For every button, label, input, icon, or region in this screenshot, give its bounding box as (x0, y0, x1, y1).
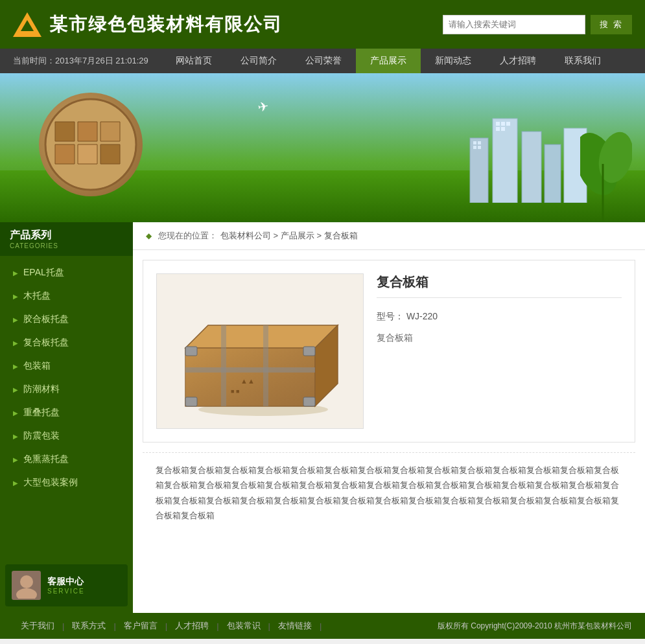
nav-item-news[interactable]: 新闻动态 (421, 49, 486, 73)
sidebar-item-epal[interactable]: ▶ EPAL托盘 (0, 261, 133, 284)
search-input[interactable] (443, 15, 585, 34)
description-text: 复合板箱复合板箱复合板箱复合板箱复合板箱复合板箱复合板箱复合板箱复合板箱复合板箱… (143, 452, 635, 536)
product-image: ▲▲ ■ ■ (156, 273, 364, 429)
product-detail: ▲▲ ■ ■ 复合板箱 型号： WJ-220 复合板箱 (143, 260, 635, 443)
product-name: 复合板箱 (377, 273, 622, 298)
svg-rect-7 (493, 119, 517, 203)
footer: 关于我们 | 联系方式 | 客户留言 | 人才招聘 | 包装常识 | 友情链接 … (0, 613, 645, 639)
sidebar-item-plywood[interactable]: ▶ 胶合板托盘 (0, 308, 133, 331)
sidebar-item-large-case[interactable]: ▶ 大型包装案例 (0, 471, 133, 494)
svg-rect-14 (545, 144, 561, 203)
sidebar: 产品系列 CATEGORIES ▶ EPAL托盘 ▶ 木托盘 ▶ 胶合板托盘 ▶… (0, 222, 133, 613)
sidebar-item-shockproof[interactable]: ▶ 防震包装 (0, 424, 133, 448)
cs-avatar (12, 571, 41, 600)
svg-rect-3 (473, 141, 476, 144)
model-value: WJ-220 (406, 311, 438, 321)
sidebar-header: 产品系列 CATEGORIES (0, 222, 133, 256)
footer-copyright: 版权所有 Copyright(C)2009-2010 杭州市某包装材料公司 (438, 621, 632, 632)
banner-globe (39, 93, 143, 196)
sidebar-item-moisture[interactable]: ▶ 防潮材料 (0, 378, 133, 401)
sidebar-subtitle-text: CATEGORIES (10, 242, 58, 249)
svg-rect-26 (185, 347, 197, 356)
svg-rect-29 (303, 397, 315, 406)
search-button[interactable]: 搜 索 (591, 15, 632, 34)
nav-datetime: 当前时间：2013年7月26日 21:01:29 (0, 55, 161, 67)
sidebar-item-box[interactable]: ▶ 包装箱 (0, 354, 133, 378)
arrow-icon: ▶ (13, 409, 18, 417)
svg-rect-6 (478, 146, 481, 149)
svg-rect-31 (221, 348, 226, 406)
nav-item-home[interactable]: 网站首页 (161, 49, 226, 73)
nav-item-recruit[interactable]: 人才招聘 (486, 49, 550, 73)
sidebar-item-wood[interactable]: ▶ 木托盘 (0, 284, 133, 308)
footer-link-about[interactable]: 关于我们 (13, 620, 62, 632)
nav-item-honor[interactable]: 公司荣誉 (291, 49, 356, 73)
logo-area: 某市绿色包装材料有限公司 (13, 12, 283, 37)
svg-rect-12 (501, 127, 505, 131)
nav-item-products[interactable]: 产品展示 (356, 49, 421, 73)
arrow-icon: ▶ (13, 433, 18, 440)
main-layout: 产品系列 CATEGORIES ▶ EPAL托盘 ▶ 木托盘 ▶ 胶合板托盘 ▶… (0, 222, 645, 613)
content-area: ◆ 您现在的位置： 包装材料公司 > 产品展示 > 复合板箱 (133, 222, 645, 613)
sidebar-title: 产品系列 CATEGORIES (10, 229, 58, 249)
footer-link-knowledge[interactable]: 包装常识 (219, 620, 268, 632)
arrow-icon: ▶ (13, 456, 18, 463)
svg-rect-4 (478, 141, 481, 144)
sidebar-item-fumigation-free[interactable]: ▶ 免熏蒸托盘 (0, 448, 133, 471)
svg-text:■ ■: ■ ■ (231, 388, 239, 395)
footer-link-contact[interactable]: 联系方式 (64, 620, 113, 632)
svg-rect-10 (506, 122, 510, 126)
arrow-icon: ▶ (13, 479, 18, 487)
cs-title: 客服中心 (47, 576, 85, 588)
arrow-icon: ▶ (13, 386, 18, 393)
svg-rect-11 (496, 127, 500, 131)
svg-point-20 (16, 588, 37, 599)
cs-info: 客服中心 SERVICE (47, 576, 85, 595)
header: 某市绿色包装材料有限公司 搜 索 (0, 0, 645, 49)
customer-service: 客服中心 SERVICE (5, 564, 128, 606)
logo-title: 某市绿色包装材料有限公司 (49, 12, 283, 37)
banner: ✈ (0, 73, 645, 222)
svg-marker-33 (221, 325, 226, 348)
product-description: 复合板箱 (377, 332, 622, 344)
arrow-icon: ▶ (13, 316, 18, 323)
nav-item-contact[interactable]: 联系我们 (550, 49, 615, 73)
sidebar-item-composite-pallet[interactable]: ▶ 复合板托盘 (0, 331, 133, 354)
sidebar-menu: ▶ EPAL托盘 ▶ 木托盘 ▶ 胶合板托盘 ▶ 复合板托盘 ▶ 包装箱 ▶ 防… (0, 256, 133, 500)
breadcrumb: ◆ 您现在的位置： 包装材料公司 > 产品展示 > 复合板箱 (133, 222, 645, 250)
product-info: 复合板箱 型号： WJ-220 复合板箱 (377, 273, 622, 429)
banner-plane-icon: ✈ (257, 98, 270, 116)
svg-rect-8 (496, 122, 500, 126)
sidebar-title-text: 产品系列 (10, 229, 58, 242)
svg-marker-34 (263, 325, 268, 348)
customer-service-area: 客服中心 SERVICE (0, 564, 133, 606)
footer-links: 关于我们 | 联系方式 | 客户留言 | 人才招聘 | 包装常识 | 友情链接 … (13, 620, 322, 632)
footer-link-message[interactable]: 客户留言 (116, 620, 165, 632)
sidebar-item-stack[interactable]: ▶ 重叠托盘 (0, 401, 133, 424)
arrow-icon: ▶ (13, 363, 18, 370)
svg-rect-5 (473, 146, 476, 149)
svg-text:▲▲: ▲▲ (240, 377, 255, 385)
svg-marker-24 (185, 325, 338, 348)
footer-link-links[interactable]: 友情链接 (270, 620, 320, 632)
svg-point-19 (20, 575, 33, 588)
logo-icon (13, 12, 41, 37)
banner-plant (580, 125, 632, 222)
nav-item-about[interactable]: 公司简介 (226, 49, 291, 73)
footer-link-recruit[interactable]: 人才招聘 (167, 620, 217, 632)
svg-rect-28 (185, 397, 197, 406)
model-label: 型号： (377, 311, 404, 321)
nav-items: 网站首页 公司简介 公司荣誉 产品展示 新闻动态 人才招聘 联系我们 (161, 49, 645, 73)
product-model: 型号： WJ-220 (377, 311, 622, 323)
breadcrumb-prefix: 您现在的位置： (158, 230, 217, 242)
svg-rect-13 (522, 132, 541, 203)
product-box-svg: ▲▲ ■ ■ (163, 283, 357, 419)
svg-rect-30 (185, 367, 315, 373)
nav-bar: 当前时间：2013年7月26日 21:01:29 网站首页 公司简介 公司荣誉 … (0, 49, 645, 73)
svg-rect-27 (303, 347, 315, 356)
arrow-icon: ▶ (13, 293, 18, 300)
breadcrumb-icon: ◆ (146, 231, 152, 240)
banner-buildings (463, 93, 593, 203)
breadcrumb-path: 包装材料公司 > 产品展示 > 复合板箱 (220, 230, 358, 242)
search-area: 搜 索 (443, 15, 632, 34)
